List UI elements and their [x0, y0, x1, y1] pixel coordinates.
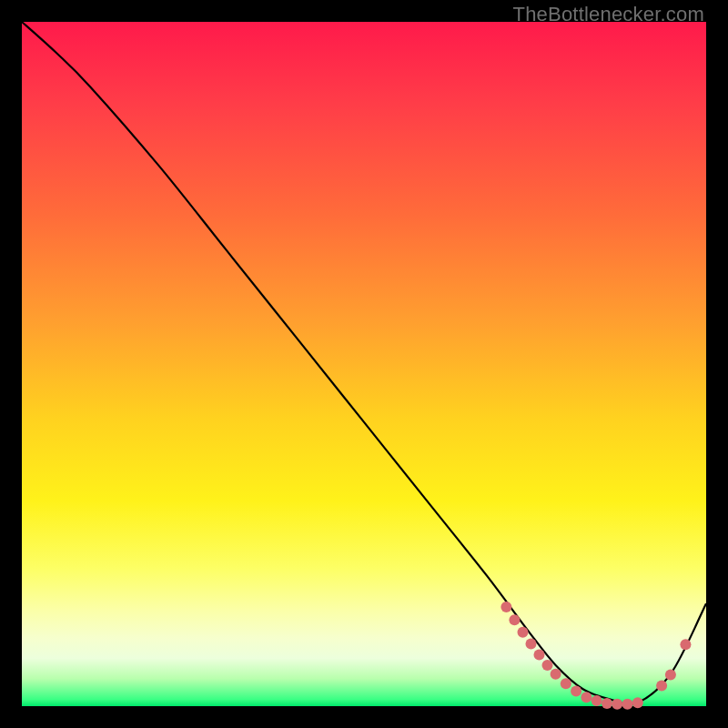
curve-marker — [561, 678, 571, 689]
chart-frame: TheBottlenecker.com — [0, 0, 728, 728]
plot-area — [22, 22, 706, 706]
curve-marker — [571, 686, 581, 697]
curve-marker — [656, 680, 667, 691]
curve-marker — [592, 695, 602, 706]
curve-marker — [534, 650, 545, 661]
curve-marker — [542, 660, 553, 671]
curve-marker — [632, 697, 643, 708]
curve-markers — [500, 602, 691, 710]
curve-svg — [22, 22, 706, 706]
curve-marker — [602, 698, 612, 709]
curve-marker — [581, 692, 592, 703]
curve-marker — [612, 699, 622, 710]
curve-marker — [526, 639, 537, 650]
curve-marker — [500, 602, 511, 612]
curve-marker — [518, 627, 529, 638]
curve-marker — [665, 669, 676, 680]
curve-marker — [551, 669, 561, 680]
curve-marker — [680, 639, 691, 650]
curve-marker — [622, 699, 633, 710]
bottleneck-curve — [22, 22, 706, 704]
curve-marker — [509, 614, 520, 625]
